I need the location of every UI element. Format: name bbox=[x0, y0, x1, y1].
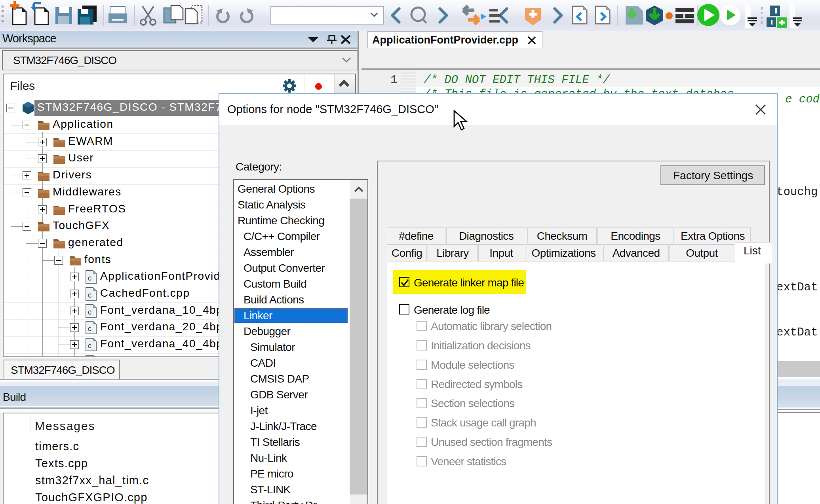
svg-text:c: c bbox=[88, 291, 91, 299]
svg-text:c: c bbox=[88, 308, 91, 316]
svg-text:c: c bbox=[88, 342, 91, 350]
svg-text:c: c bbox=[88, 274, 91, 282]
svg-text:c: c bbox=[88, 325, 91, 333]
